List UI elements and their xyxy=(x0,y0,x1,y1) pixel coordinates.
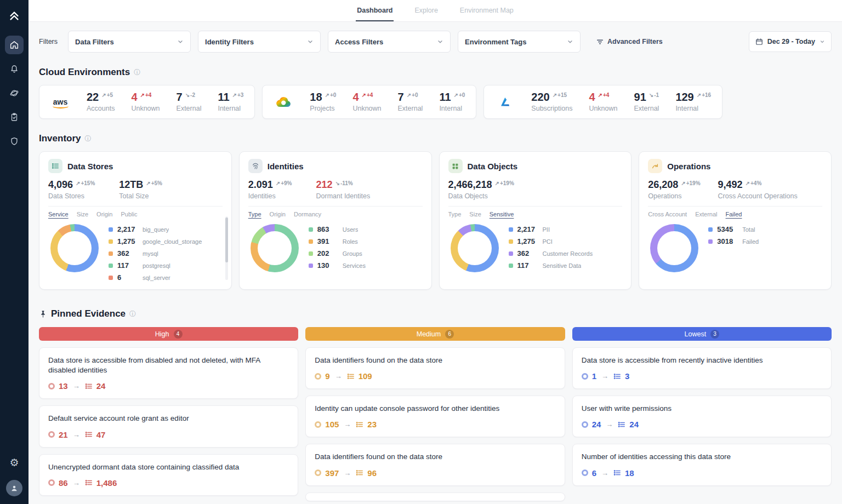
sidebar-item-alerts[interactable] xyxy=(5,60,24,78)
sidebar-item-environment-map[interactable] xyxy=(5,84,24,102)
stat-cross-account-operations: 9,492 ↗+4% Cross Account Operations xyxy=(718,180,798,200)
evidence-card[interactable]: User with write permissions 24 → 24 xyxy=(572,396,832,437)
severity-high-header[interactable]: High 4 xyxy=(39,327,298,341)
tab-type[interactable]: Type xyxy=(248,211,261,217)
tab-origin[interactable]: Origin xyxy=(96,211,112,217)
evidence-card[interactable]: Number of identities accessing this data… xyxy=(572,444,832,485)
environment-tags-dropdown[interactable]: Environment Tags xyxy=(458,31,581,53)
identities-ring-icon xyxy=(48,431,55,438)
info-icon[interactable]: ⓘ xyxy=(85,134,92,144)
evidence-text: Data identifiers found on the data store xyxy=(315,356,555,365)
gear-icon: ⚙ xyxy=(9,457,19,468)
trend-up-icon: ↗+9% xyxy=(276,180,292,186)
scrollbar-thumb[interactable] xyxy=(225,217,228,262)
severity-column-high: High 4 Data store is accessible from dis… xyxy=(39,327,298,501)
evidence-stats: 13 → 24 xyxy=(48,381,289,391)
identities-ring-icon xyxy=(582,421,588,428)
stat-external: 7 ↗+0 External xyxy=(398,91,423,112)
arrow-right-icon: → xyxy=(73,382,80,390)
trend-up-icon: ↗+15% xyxy=(76,180,95,186)
legend-item: 863Users xyxy=(309,225,366,233)
access-filters-dropdown[interactable]: Access Filters xyxy=(328,31,451,53)
app: ⚙ Dashboard Explore Environment Map Filt… xyxy=(0,0,842,504)
evidence-card[interactable]: Default service account role grant as ed… xyxy=(39,405,298,447)
user-avatar[interactable] xyxy=(6,480,22,496)
azure-logo-icon xyxy=(495,95,515,108)
tab-origin[interactable]: Origin xyxy=(270,211,286,217)
evidence-card[interactable]: Data identifiers found on the data store… xyxy=(305,347,565,389)
tab-failed[interactable]: Failed xyxy=(726,211,742,217)
inventory-cards: Data Stores 4,096 ↗+15% Data Stores 12TB… xyxy=(39,151,832,290)
severity-medium-header[interactable]: Medium 6 xyxy=(305,327,565,341)
identity-filters-dropdown[interactable]: Identity Filters xyxy=(198,31,321,53)
tab-type[interactable]: Type xyxy=(448,211,462,217)
trend-up-icon: ↗+3 xyxy=(232,92,244,98)
filters-label: Filters xyxy=(39,38,58,45)
tab-public[interactable]: Public xyxy=(121,211,137,217)
stat-unknown: 4 ↗+4 Unknown xyxy=(589,91,617,112)
person-icon xyxy=(10,484,19,492)
info-icon[interactable]: ⓘ xyxy=(134,68,140,77)
chevron-down-icon xyxy=(177,38,184,45)
advanced-filters-button[interactable]: Advanced Filters xyxy=(596,38,663,45)
inventory-card-operations: Operations 26,208 ↗+19% Operations 9,492… xyxy=(639,151,832,290)
evidence-card[interactable]: Unencrypted dormant data store containin… xyxy=(39,454,298,496)
tab-size[interactable]: Size xyxy=(77,211,88,217)
date-range-picker[interactable]: Dec 29 - Today xyxy=(749,31,832,52)
tab-service[interactable]: Service xyxy=(48,211,69,217)
trend-up-icon: ↗+5% xyxy=(146,180,162,186)
stat-data-stores: 4,096 ↗+15% Data Stores xyxy=(48,180,95,200)
arrow-right-icon: → xyxy=(73,479,80,487)
inventory-card-data-objects: Data Objects 2,466,218 ↗+19% Data Object… xyxy=(439,151,632,290)
arrow-right-icon: → xyxy=(344,420,351,428)
card-title: Data Objects xyxy=(468,162,518,171)
stat-unknown: 4 ↗+4 Unknown xyxy=(352,91,381,112)
grid-icon xyxy=(448,159,463,173)
sidebar-item-settings[interactable]: ⚙ xyxy=(5,453,24,472)
stat-operations: 26,208 ↗+19% Operations xyxy=(648,180,700,200)
sidebar-item-security[interactable] xyxy=(5,132,24,151)
evidence-card[interactable]: Data store is accessible from disabled a… xyxy=(39,347,298,399)
gcp-logo-icon xyxy=(274,95,293,108)
list-icon xyxy=(613,373,621,380)
trend-up-icon: ↗+4 xyxy=(140,92,152,98)
evidence-card[interactable] xyxy=(305,492,565,501)
identities-ring-icon xyxy=(48,479,55,486)
tab-dashboard[interactable]: Dashboard xyxy=(356,0,394,21)
date-range-label: Dec 29 - Today xyxy=(767,38,815,45)
top-nav: Dashboard Explore Environment Map xyxy=(29,0,842,22)
tab-sensitive[interactable]: Sensitive xyxy=(490,211,514,217)
evidence-card[interactable]: Data store is accessible from recently i… xyxy=(572,347,832,389)
tab-size[interactable]: Size xyxy=(469,211,481,217)
tab-explore[interactable]: Explore xyxy=(413,0,439,21)
trend-down-icon: ↘-11% xyxy=(335,180,353,186)
tab-dormancy[interactable]: Dormancy xyxy=(294,211,321,217)
card-title: Operations xyxy=(667,162,710,171)
tab-external[interactable]: External xyxy=(695,211,717,217)
stat-internal: 11 ↗+3 Internal xyxy=(218,91,243,112)
list-icon xyxy=(347,373,355,380)
data-filters-dropdown[interactable]: Data Filters xyxy=(68,31,191,53)
stat-dormant-identities: 212 ↘-11% Dormant Identites xyxy=(316,180,370,200)
dropdown-label: Access Filters xyxy=(335,38,383,46)
sidebar-item-home[interactable] xyxy=(5,36,24,54)
severity-lowest-header[interactable]: Lowest 3 xyxy=(572,327,832,341)
info-icon[interactable]: ⓘ xyxy=(129,310,136,319)
tab-cross-account[interactable]: Cross Account xyxy=(648,211,687,217)
evidence-stats: 6 → 18 xyxy=(582,468,822,478)
evidence-text: Data store is accessible from disabled a… xyxy=(48,356,289,375)
trend-up-icon: ↗+19% xyxy=(681,180,700,186)
inventory-header: Inventory ⓘ xyxy=(39,133,832,144)
evidence-card[interactable]: Identity can update console password for… xyxy=(305,396,565,437)
sidebar-item-compliance[interactable] xyxy=(5,108,24,127)
evidence-stats: 21 → 47 xyxy=(48,430,289,439)
evidence-card[interactable]: Data identifiers found on the data store… xyxy=(305,444,565,485)
chevron-down-icon xyxy=(820,39,825,44)
pinned-evidence-section: Pinned Evidence ⓘ High 4 Data store is a… xyxy=(39,308,832,501)
legend-item: 2,217big_query xyxy=(109,225,202,233)
evidence-text: Number of identities accessing this data… xyxy=(582,452,822,462)
arrow-right-icon: → xyxy=(601,469,608,477)
tab-environment-map[interactable]: Environment Map xyxy=(459,0,515,21)
evidence-text: Default service account role grant as ed… xyxy=(48,414,289,423)
trend-up-icon: ↗+0 xyxy=(454,92,465,98)
